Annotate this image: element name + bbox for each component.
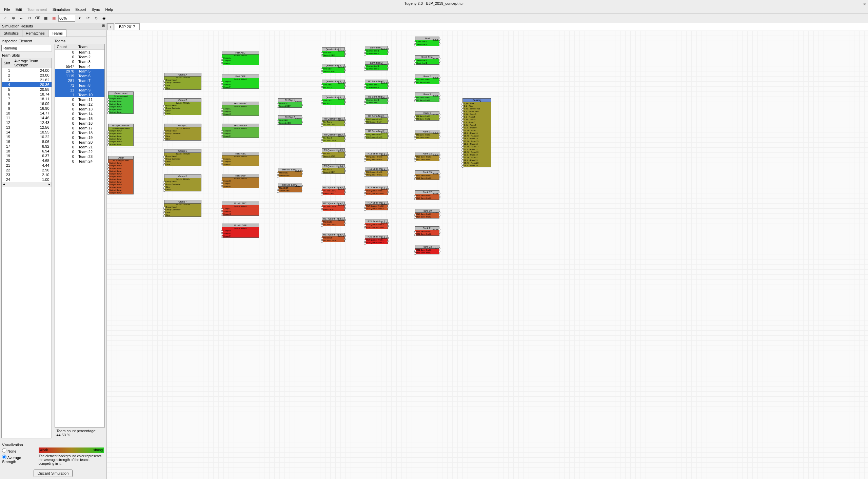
node-fourth_def[interactable]: Fourth DEFBo3x5, RR-difGroup DGroup EGro… [222,224,259,238]
table-row[interactable]: 71Team 8 [55,83,105,88]
tab-teams[interactable]: Teams [48,29,66,37]
node-sf1[interactable]: Semi-final 1Quarter-final 1Quarter-final… [365,46,388,55]
tab-rematches[interactable]: Rematches [22,29,48,37]
table-row[interactable]: 321.82 [2,78,52,82]
node-final[interactable]: FinalSemi-final 1Semi-final 2Bo5x5 [415,37,439,46]
node-r21sf2[interactable]: R21 Semi-final 2R17 Quarter-final 1R17 Q… [365,235,388,244]
table-row[interactable]: 232.10 [2,172,52,177]
table-row[interactable]: 0Team 15 [55,116,105,121]
add-tab-icon[interactable]: + [107,23,114,30]
node-r9[interactable]: Rank 9R9 Semi-final 1R9 Semi-final 2Bo3x… [415,111,439,121]
table-row[interactable]: 916.90 [2,106,52,111]
node-qf4[interactable]: Quarter-final 4First DEFRel Top 1Bo3x5 [322,96,345,105]
table-row[interactable]: 1014.77 [2,111,52,116]
hscroll[interactable]: ◂▸ [2,182,52,187]
col-count[interactable]: Count [55,44,76,50]
node-sf2[interactable]: Semi-final 2Quarter-final 2Quarter-final… [365,61,388,70]
node-rel_top2[interactable]: Rel Top 2First DEFSecond ABCBo3x5 [278,115,302,125]
col-team[interactable]: Team [76,44,104,50]
node-group_c[interactable]: Group CBo1x5, RR-h2hGroup HeadGroup Cont… [164,124,201,141]
zoom-dropdown-icon[interactable]: ▾ [76,15,83,22]
node-r17qf2[interactable]: R17 Quarter-final 2Rel Mid-Low 1Fourth A… [322,202,345,211]
node-r17qf4[interactable]: R17 Quarter-final 4Third DEFRel Mid-Low … [322,233,345,242]
table-row[interactable]: 214.44 [2,163,52,168]
node-first_def[interactable]: First DEFBo3x5, RR-difGroup DGroup EGrou… [222,75,259,89]
table-row[interactable]: 816.09 [2,101,52,106]
node-rel_top1[interactable]: Rel Top 1First ABCSecond DEFBo3x5 [278,98,302,108]
grid2-icon[interactable]: ▦ [50,15,58,22]
node-qf3[interactable]: Quarter-final 3First ABCRel Top 2Bo3x5 [322,80,345,89]
cut-icon[interactable]: ✂ [26,15,33,22]
table-row[interactable]: 124.00 [2,68,52,73]
menu-export[interactable]: Export [73,7,89,13]
table-row[interactable]: 204.68 [2,158,52,163]
teams-table[interactable]: Count Team 0Team 10Team 20Team 35547Team… [55,44,105,428]
vis-avg[interactable]: Average Strength [2,454,36,464]
node-r17sf1[interactable]: R17 Semi-final 1R17 Quarter-final 1R17 Q… [365,186,388,195]
node-seed_head[interactable]: Group HeadStrongest seedNot yet drawnNot… [108,91,134,114]
node-r9qf4[interactable]: R9 Quarter-final 4Rel Top 2Second DEFBo3… [322,164,345,174]
close-icon[interactable]: × [863,1,866,7]
add-icon[interactable]: ⊕ [9,15,17,22]
node-group_d[interactable]: Group DBo1x5, RR-h2hGroup HeadGroup Cont… [164,149,201,166]
cancel-icon[interactable]: ⊘ [92,15,100,22]
link-icon[interactable]: ↔ [18,15,25,22]
table-row[interactable]: 1114.46 [2,116,52,120]
table-row[interactable]: 0Team 2 [55,55,105,59]
globe-icon[interactable]: ◉ [100,15,108,22]
col-slot[interactable]: Slot [2,58,12,68]
slots-table[interactable]: Slot Average Team Strength 124.00223.003… [1,58,52,438]
table-row[interactable]: 0Team 14 [55,111,105,116]
table-row[interactable]: 241.00 [2,177,52,182]
table-row[interactable]: 2970Team 5 [55,69,105,74]
table-row[interactable]: 520.58 [2,87,52,92]
table-row[interactable]: 0Team 17 [55,126,105,130]
table-row[interactable]: 0Team 12 [55,102,105,107]
menu-help[interactable]: Help [102,7,116,13]
table-row[interactable]: 0Team 24 [55,159,105,164]
node-third_def[interactable]: Third DEFBo3x5, RR-difGroup DGroup EGrou… [222,174,259,188]
node-r17qf1[interactable]: R17 Quarter-final 1Rel Mid-Low 2Fourth D… [322,186,345,195]
node-r15[interactable]: Rank 15R13 Semi-final 1R13 Semi-final 2B… [415,170,439,180]
node-r9sf1[interactable]: R9 Semi-final 1R9 Quarter-final 1R9 Quar… [365,114,388,124]
node-rel_ml1[interactable]: Rel Mid-Low 1Third ABCFourth DEFBo3x5 [278,168,302,177]
node-r17qf3[interactable]: R17 Quarter-final 3Third ABCRel Mid-Low … [322,217,345,226]
table-row[interactable]: 196.37 [2,153,52,158]
table-row[interactable]: 0Team 16 [55,121,105,126]
table-row[interactable]: 0Team 13 [55,107,105,111]
grid-icon[interactable]: ▦ [42,15,50,22]
tab-statistics[interactable]: Statistics [0,29,22,37]
table-row[interactable]: 1510.22 [2,134,52,139]
table-row[interactable]: 0Team 23 [55,154,105,159]
node-r13[interactable]: Rank 13R13 Semi-final 1R13 Semi-final 2B… [415,152,439,161]
node-seed_other[interactable]: Other3rd strongest seedNot yet drawnNot … [108,156,134,194]
table-row[interactable]: 5547Team 4 [55,64,105,69]
table-row[interactable]: 222.90 [2,168,52,172]
node-r5sf2[interactable]: R5 Semi-final 2Quarter-final 1Quarter-fi… [365,95,388,104]
table-row[interactable]: 420.36 [2,82,52,87]
node-r9qf2[interactable]: R9 Quarter-final 2Rel Top 2Rel Mid-Low 1… [322,133,345,142]
node-r9qf1[interactable]: R9 Quarter-final 1Rel Top 1Rel Mid-Low 2… [322,117,345,126]
node-group_e[interactable]: Group EBo1x5, RR-h2hGroup HeadGroup Cont… [164,174,201,191]
table-row[interactable]: 0Team 3 [55,59,105,64]
node-first_abc[interactable]: First ABCBo3x5, RR-difGroup AGroup BGrou… [222,51,259,65]
node-r7[interactable]: Rank 7R5 Semi-final 1R5 Semi-final 2Bo3x… [415,92,439,102]
table-row[interactable]: 281Team 7 [55,78,105,83]
discard-button[interactable]: Discard Simulation [34,470,73,477]
table-row[interactable]: 0Team 19 [55,135,105,140]
refresh-icon[interactable]: ⟳ [84,15,92,22]
node-r23[interactable]: Rank 23R21 Semi-final 1R21 Semi-final 2B… [415,245,439,254]
node-r9sf2[interactable]: R9 Semi-final 2R9 Quarter-final 2R9 Quar… [365,129,388,139]
node-second_abc[interactable]: Second ABCBo3x5, RR-difGroup AGroup BGro… [222,102,259,116]
table-row[interactable]: 1212.43 [2,120,52,125]
node-group_f[interactable]: Group FBo1x5, RR-h2hGroup HeadGroup Cont… [164,200,201,217]
menu-simulation[interactable]: Simulation [50,7,73,13]
table-row[interactable]: 0Team 1 [55,50,105,55]
node-r11[interactable]: Rank 11R9 Semi-final 1R9 Semi-final 2Bo3… [415,130,439,139]
table-row[interactable]: 0Team 21 [55,145,105,149]
node-small[interactable]: Small FinalSemi-final 1Semi-final 2Bo3x5 [415,55,439,65]
node-qf2[interactable]: Quarter-final 2First DEFSecond ABCBo3x5 [322,64,345,73]
node-third_abc[interactable]: Third ABCBo3x5, RR-difGroup AGroup BGrou… [222,152,259,166]
node-group_a[interactable]: Group ABo1x5, RR-h2hGroup HeadGroup Cont… [164,73,201,90]
node-seed_cont[interactable]: Group Contester2nd strongest seedNot yet… [108,124,134,146]
